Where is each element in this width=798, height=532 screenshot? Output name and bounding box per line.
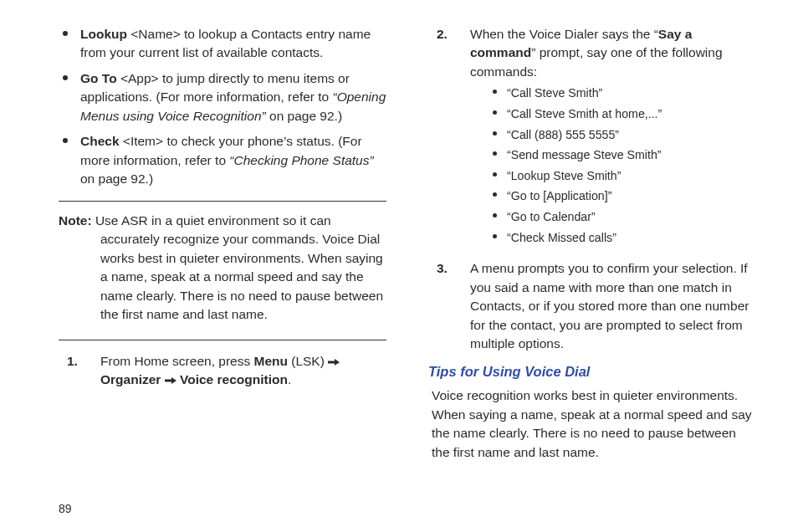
bullet-icon: [493, 172, 497, 176]
cmd-5: “Go to [Application]”: [507, 189, 611, 202]
arrow-icon: [165, 376, 176, 386]
check-crossref: “Checking Phone Status”: [229, 153, 373, 167]
step1-organizer: Organizer: [100, 372, 161, 386]
step-1-text: From Home screen, press Menu (LSK) Organ…: [100, 352, 386, 390]
note-body: Use ASR in a quiet environment so it can…: [92, 213, 383, 321]
column-layout: Lookup <Name> to lookup a Contacts entry…: [59, 25, 756, 499]
bullet-icon: [493, 213, 497, 217]
lookup-label: Lookup: [80, 27, 127, 41]
list-item: “Call Steve Smith”: [487, 84, 756, 102]
step-3-text: A menu prompts you to confirm your selec…: [470, 259, 756, 353]
bullet-icon: [63, 138, 68, 143]
step1-lsk: (LSK): [288, 354, 328, 368]
bullet-icon: [493, 110, 497, 115]
bullet-icon: [493, 192, 497, 197]
step-1: 1. From Home screen, press Menu (LSK) Or…: [59, 352, 386, 390]
page-number: 89: [59, 500, 72, 517]
list-item: “Send message Steve Smith”: [487, 146, 756, 164]
tips-heading: Tips for Using Voice Dial: [428, 362, 756, 382]
goto-label: Go To: [80, 71, 117, 85]
note-block: Note: Use ASR in a quiet environment so …: [59, 201, 386, 340]
step-3: 3. A menu prompts you to confirm your se…: [428, 259, 756, 353]
arrow-icon: [328, 357, 340, 367]
list-item: “Call (888) 555 5555”: [487, 126, 756, 144]
bullet-icon: [493, 90, 497, 94]
list-item: “Lookup Steve Smith”: [487, 167, 756, 185]
step-2: 2. When the Voice Dialer says the “Say a…: [428, 25, 756, 249]
check-text-b: on page 92.): [80, 171, 153, 186]
tips-body: Voice recognition works best in quieter …: [432, 386, 756, 462]
step-3-number: 3.: [428, 259, 470, 353]
list-item: “Go to [Application]”: [487, 187, 756, 205]
step2-a: When the Voice Dialer says the “: [470, 27, 658, 41]
cmd-4: “Lookup Steve Smith”: [507, 169, 621, 182]
bullet-icon: [493, 151, 497, 156]
list-item: “Call Steve Smith at home,...”: [487, 105, 756, 123]
note-label: Note:: [59, 213, 92, 228]
bullet-icon: [63, 31, 68, 36]
step1-voice: Voice recognition: [180, 372, 288, 386]
step1-period: .: [288, 372, 291, 386]
cmd-7: “Check Missed calls”: [507, 231, 616, 244]
cmd-6: “Go to Calendar”: [507, 210, 596, 223]
bullet-goto: Go To <App> to jump directly to menu ite…: [59, 69, 386, 125]
cmd-0: “Call Steve Smith”: [507, 86, 602, 100]
bullet-lookup: Lookup <Name> to lookup a Contacts entry…: [59, 25, 386, 63]
cmd-3: “Send message Steve Smith”: [507, 148, 662, 161]
cmd-1: “Call Steve Smith at home,...”: [507, 107, 662, 120]
manual-page: Lookup <Name> to lookup a Contacts entry…: [0, 0, 798, 532]
step-2-number: 2.: [428, 25, 470, 249]
step1-menu: Menu: [253, 354, 287, 368]
list-item: “Go to Calendar”: [487, 208, 756, 226]
goto-text-b: on page 92.): [266, 109, 342, 123]
check-label: Check: [80, 134, 120, 148]
bullet-check: Check <Item> to check your phone’s statu…: [59, 132, 386, 188]
step-1-number: 1.: [59, 352, 100, 390]
bullet-icon: [63, 75, 68, 80]
cmd-2: “Call (888) 555 5555”: [507, 128, 619, 141]
step1-pre: From Home screen, press: [100, 354, 253, 368]
command-list: “Call Steve Smith” “Call Steve Smith at …: [487, 84, 756, 246]
step-2-text: When the Voice Dialer says the “Say a co…: [470, 25, 756, 249]
bullet-icon: [493, 234, 497, 238]
bullet-icon: [493, 131, 497, 136]
list-item: “Check Missed calls”: [487, 229, 756, 247]
left-column: Lookup <Name> to lookup a Contacts entry…: [59, 25, 386, 499]
right-column: 2. When the Voice Dialer says the “Say a…: [428, 25, 756, 499]
goto-text-a: <App> to jump directly to menu items or …: [80, 71, 350, 104]
